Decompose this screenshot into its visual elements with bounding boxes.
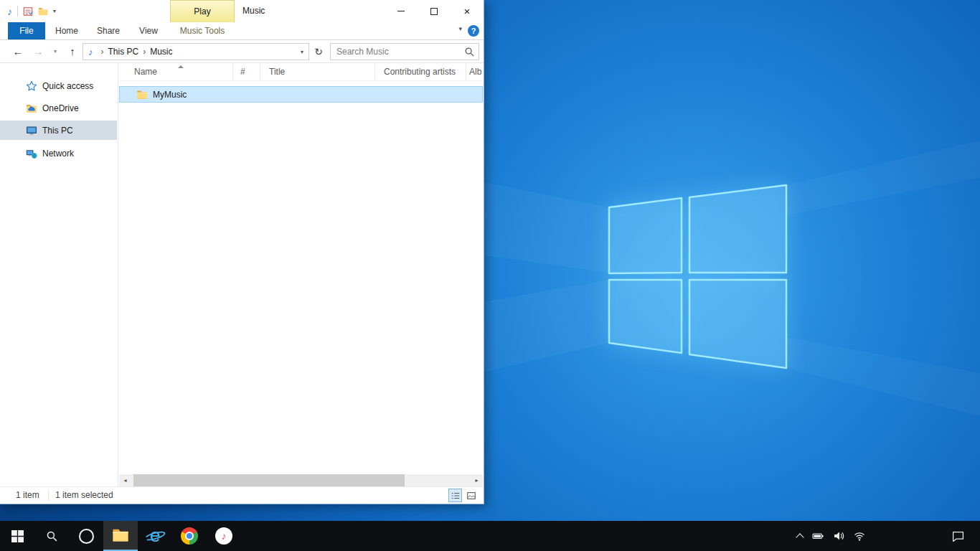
breadcrumb-music[interactable]: Music xyxy=(150,47,172,57)
help-button[interactable]: ? xyxy=(468,25,479,37)
status-bar: 1 item 1 item selected xyxy=(0,486,483,503)
selection-count: 1 item selected xyxy=(55,487,113,503)
window-title: Music xyxy=(242,0,265,22)
search-icon xyxy=(46,530,58,542)
chrome-button[interactable] xyxy=(172,521,207,551)
scroll-right-arrow-icon[interactable]: ▸ xyxy=(471,474,483,486)
file-explorer-icon xyxy=(112,527,129,544)
computer-icon xyxy=(26,125,37,136)
internet-explorer-icon: e xyxy=(145,526,165,546)
internet-explorer-button[interactable]: e xyxy=(138,521,172,551)
new-folder-icon[interactable] xyxy=(38,6,48,17)
address-bar[interactable]: ♪ › This PC › Music ▾ xyxy=(83,43,309,60)
status-separator xyxy=(48,490,49,501)
search-icon xyxy=(464,47,475,57)
sidebar-item-quick-access[interactable]: Quick access xyxy=(0,76,117,95)
minimize-icon xyxy=(397,11,405,11)
music-note-icon: ♪ xyxy=(7,6,12,17)
large-icons-view-button[interactable] xyxy=(464,489,478,502)
chrome-icon xyxy=(181,527,198,545)
maximize-button[interactable] xyxy=(418,0,451,22)
file-row-mymusic[interactable]: MyMusic xyxy=(119,86,483,103)
taskbar-search-button[interactable] xyxy=(34,521,69,551)
onedrive-icon xyxy=(26,103,37,114)
system-tray xyxy=(797,521,865,551)
network-icon xyxy=(26,148,37,159)
scrollbar-thumb[interactable] xyxy=(133,474,405,486)
windows-flag-icon xyxy=(11,530,24,542)
star-icon xyxy=(26,80,37,92)
action-center-icon xyxy=(952,530,964,542)
up-button[interactable]: ↑ xyxy=(65,40,80,62)
explorer-window: ♪ ▾ Play Music × File Home Share View Mu… xyxy=(0,0,484,504)
details-view-button[interactable] xyxy=(448,489,462,502)
tab-play[interactable]: Play xyxy=(170,0,235,22)
cortana-button[interactable] xyxy=(69,521,103,551)
forward-button[interactable]: → xyxy=(30,40,46,62)
navigation-pane: Quick access OneDrive This PC Network xyxy=(0,63,118,486)
sidebar-item-label: Quick access xyxy=(42,81,93,91)
search-box xyxy=(330,43,479,60)
recent-locations-chevron-icon[interactable]: ▾ xyxy=(50,40,60,62)
large-icons-view-icon xyxy=(466,491,476,501)
sidebar-item-label: This PC xyxy=(42,126,73,136)
file-explorer-button[interactable] xyxy=(103,521,138,551)
expand-ribbon-chevron-icon[interactable]: ▾ xyxy=(458,25,462,32)
address-dropdown-chevron-icon[interactable]: ▾ xyxy=(301,49,303,55)
item-count: 1 item xyxy=(16,487,39,503)
folder-icon xyxy=(136,89,148,100)
minimize-button[interactable] xyxy=(385,0,418,22)
tab-view[interactable]: View xyxy=(132,22,165,39)
file-name: MyMusic xyxy=(153,90,187,100)
sidebar-item-onedrive[interactable]: OneDrive xyxy=(0,98,117,118)
maximize-icon xyxy=(430,8,438,15)
refresh-button[interactable]: ↻ xyxy=(310,43,327,60)
ribbon-tab-row: File Home Share View Music Tools ▾ ? xyxy=(0,22,484,40)
action-center-button[interactable] xyxy=(943,521,973,551)
volume-icon[interactable] xyxy=(833,530,844,542)
breadcrumb-this-pc[interactable]: This PC xyxy=(108,47,139,57)
scroll-left-arrow-icon[interactable]: ◂ xyxy=(119,474,131,486)
breadcrumb-chevron-icon[interactable]: › xyxy=(101,47,104,57)
tab-file[interactable]: File xyxy=(8,22,45,39)
network-wifi-icon[interactable] xyxy=(854,530,865,542)
itunes-icon: ♪ xyxy=(215,527,232,545)
customize-toolbar-chevron-icon[interactable]: ▾ xyxy=(53,8,56,14)
sort-ascending-icon xyxy=(178,65,184,68)
close-button[interactable]: × xyxy=(451,0,484,22)
sidebar-item-this-pc[interactable]: This PC xyxy=(0,121,117,140)
properties-icon[interactable] xyxy=(23,6,33,17)
column-header-number[interactable]: # xyxy=(233,63,260,81)
sidebar-item-network[interactable]: Network xyxy=(0,143,117,163)
toolbar-separator xyxy=(17,6,18,17)
details-view-icon xyxy=(451,491,461,501)
column-header-row: Name # Title Contributing artists Alb xyxy=(119,63,483,81)
tab-share[interactable]: Share xyxy=(90,22,126,39)
horizontal-scrollbar[interactable]: ◂ ▸ xyxy=(119,474,483,486)
itunes-button[interactable]: ♪ xyxy=(207,521,241,551)
start-button[interactable] xyxy=(0,521,34,551)
breadcrumb-chevron-icon[interactable]: › xyxy=(143,47,146,57)
navigation-bar: ← → ▾ ↑ ♪ › This PC › Music ▾ ↻ xyxy=(0,40,484,63)
location-music-icon: ♪ xyxy=(88,47,93,57)
titlebar[interactable]: ♪ ▾ Play Music × xyxy=(0,0,484,22)
view-toggles xyxy=(448,489,478,502)
battery-icon[interactable] xyxy=(812,530,824,542)
hidden-icons-chevron-icon[interactable] xyxy=(796,533,804,541)
column-header-contributing-artists[interactable]: Contributing artists xyxy=(375,63,466,81)
sidebar-item-label: Network xyxy=(42,149,74,159)
tab-home[interactable]: Home xyxy=(49,22,85,39)
back-button[interactable]: ← xyxy=(10,40,26,62)
taskbar-buttons: e ♪ xyxy=(0,521,241,551)
file-list-pane[interactable]: Name # Title Contributing artists Alb My… xyxy=(119,63,483,474)
taskbar: e ♪ xyxy=(0,521,980,551)
tab-music-tools[interactable]: Music Tools xyxy=(170,22,235,39)
window-controls: × xyxy=(385,0,484,22)
cortana-icon xyxy=(79,529,94,544)
column-header-album[interactable]: Alb xyxy=(466,63,484,81)
sidebar-item-label: OneDrive xyxy=(42,103,79,113)
search-input[interactable] xyxy=(331,44,461,60)
column-header-title[interactable]: Title xyxy=(260,63,375,81)
column-header-name[interactable]: Name xyxy=(119,63,233,81)
quick-access-toolbar: ♪ ▾ xyxy=(7,0,56,22)
